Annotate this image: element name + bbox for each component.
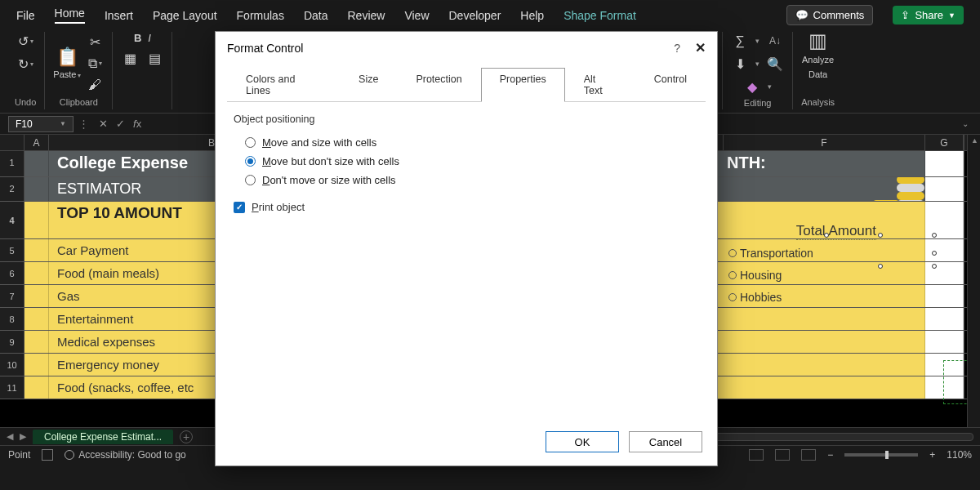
menu-help[interactable]: Help <box>520 9 544 22</box>
cell-title[interactable]: College Expense <box>49 151 220 176</box>
row-header[interactable]: 10 <box>0 354 24 376</box>
dialog-tab-size[interactable]: Size <box>340 68 397 102</box>
format-painter-icon[interactable]: 🖌 <box>86 76 104 94</box>
zoom-slider[interactable] <box>844 453 918 457</box>
row-header[interactable]: 1 <box>0 151 24 176</box>
name-box-value: F10 <box>16 118 33 130</box>
group-analysis-label: Analysis <box>801 95 835 109</box>
menu-shape-format[interactable]: Shape Format <box>564 9 636 22</box>
menu-view[interactable]: View <box>404 9 429 22</box>
undo-icon[interactable]: ↺ <box>16 32 34 50</box>
chevron-down-icon: ▼ <box>60 120 66 127</box>
col-header-a[interactable]: A <box>24 135 49 150</box>
autosum-icon[interactable]: ∑ <box>731 32 749 50</box>
analyze-data-icon[interactable]: ▥ <box>809 32 827 50</box>
zoom-in-icon[interactable]: + <box>929 449 935 461</box>
menu-developer[interactable]: Developer <box>449 9 501 22</box>
radio-move-and-size-with-cells[interactable]: Move and size with cells <box>234 133 699 152</box>
cell-subtitle[interactable]: ESTIMATOR <box>49 177 220 201</box>
radio-move-but-don-t-size-with-cells[interactable]: Move but don't size with cells <box>234 152 699 171</box>
dialog-tab-alt-text[interactable]: Alt Text <box>565 68 635 102</box>
chevron-down-icon: ▼ <box>948 11 956 20</box>
copy-icon[interactable]: ⧉ <box>86 55 104 73</box>
cut-icon[interactable]: ✂ <box>86 33 104 51</box>
macro-record-icon[interactable] <box>42 449 53 461</box>
dialog-tab-properties[interactable]: Properties <box>481 68 565 102</box>
row-header[interactable]: 6 <box>0 262 24 284</box>
fill-icon[interactable]: ▤ <box>145 49 163 67</box>
enter-formula-icon[interactable]: ✓ <box>116 118 125 130</box>
cell-data[interactable]: Medical expenses <box>49 331 220 353</box>
menu-review[interactable]: Review <box>348 9 385 22</box>
dialog-tab-control[interactable]: Control <box>635 68 706 102</box>
sheet-nav-next[interactable]: ▶ <box>20 431 26 442</box>
formula-expand-icon[interactable]: ⌄ <box>962 119 969 128</box>
col-header-b[interactable]: B <box>49 135 220 150</box>
comments-button[interactable]: 💬 Comments <box>786 5 874 25</box>
find-icon[interactable]: 🔍 <box>766 55 784 73</box>
cell-data[interactable]: Entertainment <box>49 308 220 330</box>
group-editing-label: Editing <box>744 96 772 110</box>
menu-home[interactable]: Home <box>55 7 85 24</box>
row-header[interactable]: 7 <box>0 285 24 307</box>
sort-icon[interactable]: A↓ <box>766 32 784 50</box>
sheet-add-icon[interactable]: + <box>180 430 193 443</box>
dialog-help-icon[interactable]: ? <box>674 42 680 55</box>
cell-data[interactable]: Gas <box>49 285 220 307</box>
zoom-out-icon[interactable]: − <box>827 449 833 461</box>
menu-file[interactable]: File <box>16 9 35 22</box>
zoom-value[interactable]: 110% <box>947 449 972 461</box>
row-header[interactable]: 11 <box>0 376 24 399</box>
col-header-f[interactable]: F <box>724 135 925 150</box>
menu-insert[interactable]: Insert <box>105 9 133 22</box>
print-object-checkbox[interactable]: ✓ Print object <box>234 189 699 213</box>
row-header[interactable]: 4 <box>0 202 24 238</box>
view-pagebreak-icon[interactable] <box>801 449 816 461</box>
group-font-partial: BI ▦▤ <box>113 32 172 109</box>
cell-data[interactable]: Emergency money <box>49 354 220 376</box>
row-header[interactable]: 5 <box>0 239 24 261</box>
clear-icon[interactable]: ◆ <box>743 78 761 96</box>
paste-icon[interactable]: 📋 <box>58 48 76 66</box>
radio-label: Move but don't size with cells <box>262 155 399 167</box>
fill-down-icon[interactable]: ⬇ <box>731 55 749 73</box>
radio-icon <box>245 175 256 185</box>
share-button[interactable]: ⇪ Share ▼ <box>893 6 964 24</box>
row-header[interactable]: 2 <box>0 177 24 201</box>
dialog-tab-protection[interactable]: Protection <box>397 68 480 102</box>
name-box[interactable]: F10 ▼ <box>8 116 74 132</box>
menu-pagelayout[interactable]: Page Layout <box>153 9 217 22</box>
view-pagelayout-icon[interactable] <box>775 449 790 461</box>
checkbox-checked-icon: ✓ <box>234 202 245 213</box>
dialog-tab-colors-and-lines[interactable]: Colors and Lines <box>227 68 340 102</box>
cell-top10[interactable]: TOP 10 AMOUNT <box>49 202 220 238</box>
cell-data[interactable]: Food (main meals) <box>49 262 220 284</box>
accessibility-status[interactable]: Accessibility: Good to go <box>65 449 185 461</box>
col-header-g[interactable]: G <box>925 135 964 150</box>
ok-button[interactable]: OK <box>546 431 619 452</box>
fx-icon[interactable]: fx <box>133 118 141 130</box>
radio-don-t-move-or-size-with-cells[interactable]: Don't move or size with cells <box>234 171 699 189</box>
cell-data[interactable]: Car Payment <box>49 239 220 261</box>
select-all-corner[interactable] <box>0 135 24 150</box>
format-control-dialog: Format Control ? ✕ Colors and LinesSizeP… <box>215 31 718 466</box>
cancel-formula-icon[interactable]: ✕ <box>99 118 108 130</box>
sheet-tab[interactable]: College Expense Estimat... <box>33 430 173 444</box>
dialog-close-icon[interactable]: ✕ <box>695 40 706 56</box>
group-font-label <box>141 95 144 109</box>
border-icon[interactable]: ▦ <box>121 49 139 67</box>
menu-formulas[interactable]: Formulas <box>237 9 284 22</box>
cell-data[interactable]: Food (snacks, coffee, etc <box>49 376 220 399</box>
menu-data[interactable]: Data <box>304 9 328 22</box>
accessibility-label: Accessibility: Good to go <box>78 449 185 461</box>
group-undo-label: Undo <box>15 95 36 109</box>
comments-label: Comments <box>813 9 865 21</box>
legend-hobbies: Hobbies <box>740 291 782 304</box>
redo-icon[interactable]: ↻ <box>16 55 34 73</box>
row-header[interactable]: 8 <box>0 308 24 330</box>
view-normal-icon[interactable] <box>749 449 764 461</box>
cancel-button[interactable]: Cancel <box>629 431 702 452</box>
vertical-scrollbar[interactable]: ▲ <box>967 135 980 427</box>
sheet-nav-prev[interactable]: ◀ <box>7 431 13 442</box>
row-header[interactable]: 9 <box>0 331 24 353</box>
